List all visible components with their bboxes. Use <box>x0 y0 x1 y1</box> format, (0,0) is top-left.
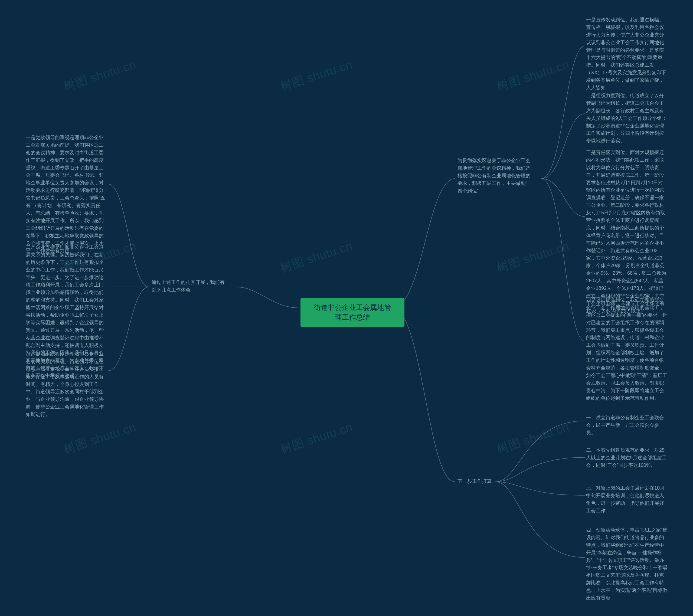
right-branch2-label: 下一步工作打算： <box>457 478 496 485</box>
right-leaf-2-2-text: 二、本着先组建后规范的要求，对25人以上的企业计划在9月底全部组建工会，同时“三… <box>586 446 667 469</box>
right-leaf-1-2-text: 二是组织力度到位。街道成立了以分管副书记为组长，街道工会联合会主席为副组长，各行… <box>586 92 667 145</box>
left-leaf-1: 一是党政领导的重视是理顺非公企业工会隶属关系的前提。我们将区总工会的会议精神、要… <box>26 134 107 255</box>
center-node-text: 街道非公企业工会属地管 理工作总结 <box>306 303 398 322</box>
right-leaf-2-4-text: 四、创新活动载体，丰富“职工之家”建设内容。针对我们街道食品行业多的特点，我们将… <box>586 526 667 602</box>
right-branch2-label-text: 下一步工作打算： <box>457 478 496 485</box>
right-leaf-1-4-text: 四是巩固提高到位。我们在理顺非公企业工会工作属地化管理的基础上，按区总工会提出的… <box>586 296 667 402</box>
right-leaf-1-1: 一是宣传发动到位。我们通过横幅、宣传栏、黑板报，以及利用各种会议进行大力宣传，使… <box>586 16 667 92</box>
left-leaf-3: 三是提高组织程度是理顺非公企业工会隶属关系的保证。街道领导不但在思想上高度重视，… <box>26 351 107 418</box>
right-leaf-1-3: 三是责任落实到位。面对大规模拆迁的不利形势，我们将此项工作，采取以村为单位实行分… <box>586 149 667 315</box>
right-branch1-label: 为贯彻落实区总关于非公企业工会 属地管理工作的会议精神，我们严 格按照非公有制企… <box>457 157 539 195</box>
right-leaf-1-4: 四是巩固提高到位。我们在理顺非公企业工会工作属地化管理的基础上，按区总工会提出的… <box>586 296 667 402</box>
right-branch1-label-text: 为贯彻落实区总关于非公企业工会 属地管理工作的会议精神，我们严 格按照非公有制企… <box>457 157 539 195</box>
right-leaf-2-1: 一、成立街道非公有制企业工会联合会，民主产生新一届工会联合会委员。 <box>586 414 667 437</box>
center-node: 街道非公企业工会属地管 理工作总结 <box>300 298 404 327</box>
left-branch-label-text: 通过上述工作的扎实开展，我们有 以下几点工作体会： <box>152 279 233 294</box>
right-leaf-2-3-text: 三、对新上岗的工会主席计划在10月中旬开展业务培训，使他们尽快进入角色，进一步帮… <box>586 484 667 515</box>
left-branch-label: 通过上述工作的扎实开展，我们有 以下几点工作体会： <box>152 279 233 294</box>
right-leaf-1-3-text: 三是责任落实到位。面对大规模拆迁的不利形势，我们将此项工作，采取以村为单位实行分… <box>586 149 667 315</box>
right-leaf-2-2: 二、本着先组建后规范的要求，对25人以上的企业计划在9月底全部组建工会，同时“三… <box>586 446 667 469</box>
right-leaf-1-2: 二是组织力度到位。街道成立了以分管副书记为组长，街道工会联合会主席为副组长，各行… <box>586 92 667 145</box>
right-leaf-2-3: 三、对新上岗的工会主席计划在10月中旬开展业务培训，使他们尽快进入角色，进一步帮… <box>586 484 667 515</box>
right-leaf-1-1-text: 一是宣传发动到位。我们通过横幅、宣传栏、黑板报，以及利用各种会议进行大力宣传，使… <box>586 16 667 92</box>
right-leaf-2-4: 四、创新活动载体，丰富“职工之家”建设内容。针对我们街道食品行业多的特点，我们将… <box>586 526 667 602</box>
left-leaf-1-text: 一是党政领导的重视是理顺非公企业工会隶属关系的前提。我们将区总工会的会议精神、要… <box>26 134 107 255</box>
right-leaf-2-1-text: 一、成立街道非公有制企业工会联合会，民主产生新一届工会联合会委员。 <box>586 414 667 437</box>
left-leaf-3-text: 三是提高组织程度是理顺非公企业工会隶属关系的保证。街道领导不但在思想上高度重视，… <box>26 351 107 418</box>
